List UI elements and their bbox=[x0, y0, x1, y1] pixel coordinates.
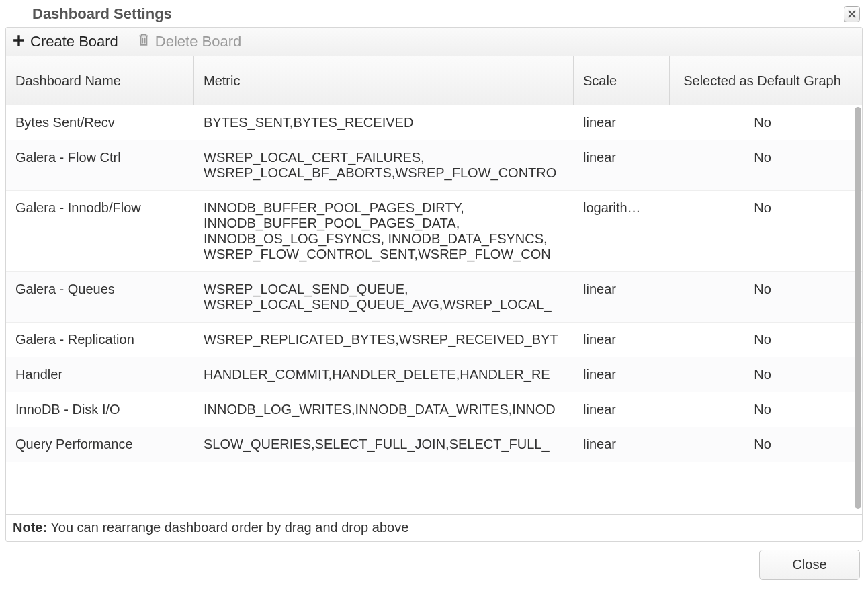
cell-default: No bbox=[670, 191, 855, 271]
note-label: Note: bbox=[13, 520, 47, 535]
cell-name: InnoDB - Disk I/O bbox=[6, 392, 194, 427]
delete-board-button[interactable]: Delete Board bbox=[138, 33, 241, 50]
table-row[interactable]: Bytes Sent/RecvBYTES_SENT,BYTES_RECEIVED… bbox=[6, 105, 862, 140]
cell-metric: SLOW_QUERIES,SELECT_FULL_JOIN,SELECT_FUL… bbox=[194, 427, 574, 462]
cell-scale: linear bbox=[574, 272, 670, 322]
cell-metric: INNODB_LOG_WRITES,INNODB_DATA_WRITES,INN… bbox=[194, 392, 574, 427]
note-text: You can rearrange dashboard order by dra… bbox=[47, 520, 408, 535]
trash-icon bbox=[138, 33, 150, 50]
dialog-title: Dashboard Settings bbox=[32, 5, 172, 23]
cell-metric: INNODB_BUFFER_POOL_PAGES_DIRTY, INNODB_B… bbox=[194, 191, 574, 271]
cell-name: Galera - Replication bbox=[6, 323, 194, 357]
dashboard-settings-dialog: Dashboard Settings Create Board Delete B… bbox=[0, 0, 868, 598]
cell-name: Query Performance bbox=[6, 427, 194, 462]
cell-metric: WSREP_LOCAL_SEND_QUEUE, WSREP_LOCAL_SEND… bbox=[194, 272, 574, 322]
grid-body: Bytes Sent/RecvBYTES_SENT,BYTES_RECEIVED… bbox=[6, 105, 862, 514]
cell-default: No bbox=[670, 272, 855, 322]
col-header-spacer bbox=[855, 56, 863, 105]
table-row[interactable]: Galera - ReplicationWSREP_REPLICATED_BYT… bbox=[6, 323, 862, 357]
cell-scale: linear bbox=[574, 140, 670, 190]
toolbar: Create Board Delete Board bbox=[6, 28, 862, 56]
cell-metric: WSREP_LOCAL_CERT_FAILURES, WSREP_LOCAL_B… bbox=[194, 140, 574, 190]
cell-scale: linear bbox=[574, 392, 670, 427]
cell-metric: WSREP_REPLICATED_BYTES,WSREP_RECEIVED_BY… bbox=[194, 323, 574, 357]
col-header-scale[interactable]: Scale bbox=[574, 56, 670, 105]
grid: Dashboard Name Metric Scale Selected as … bbox=[6, 56, 862, 514]
cell-default: No bbox=[670, 323, 855, 357]
cell-scale: linear bbox=[574, 357, 670, 392]
col-header-name[interactable]: Dashboard Name bbox=[6, 56, 194, 105]
cell-scale: linear bbox=[574, 323, 670, 357]
cell-default: No bbox=[670, 392, 855, 427]
delete-board-label: Delete Board bbox=[155, 33, 241, 50]
cell-default: No bbox=[670, 357, 855, 392]
close-icon-button[interactable] bbox=[844, 6, 860, 22]
cell-name: Bytes Sent/Recv bbox=[6, 105, 194, 140]
close-button[interactable]: Close bbox=[759, 550, 860, 580]
plus-icon bbox=[13, 33, 25, 50]
toolbar-separator bbox=[128, 33, 128, 50]
table-row[interactable]: Galera - QueuesWSREP_LOCAL_SEND_QUEUE, W… bbox=[6, 272, 862, 323]
grid-header: Dashboard Name Metric Scale Selected as … bbox=[6, 56, 862, 105]
close-icon bbox=[847, 7, 857, 22]
settings-panel: Create Board Delete Board Dashboard Name… bbox=[5, 27, 863, 542]
table-row[interactable]: Galera - Innodb/FlowINNODB_BUFFER_POOL_P… bbox=[6, 191, 862, 272]
create-board-label: Create Board bbox=[30, 33, 118, 50]
cell-default: No bbox=[670, 427, 855, 462]
dialog-titlebar: Dashboard Settings bbox=[0, 0, 868, 27]
cell-metric: BYTES_SENT,BYTES_RECEIVED bbox=[194, 105, 574, 140]
cell-metric: HANDLER_COMMIT,HANDLER_DELETE,HANDLER_RE bbox=[194, 357, 574, 392]
cell-scale: linear bbox=[574, 105, 670, 140]
table-row[interactable]: InnoDB - Disk I/OINNODB_LOG_WRITES,INNOD… bbox=[6, 392, 862, 427]
cell-name: Handler bbox=[6, 357, 194, 392]
table-row[interactable]: Galera - Flow CtrlWSREP_LOCAL_CERT_FAILU… bbox=[6, 140, 862, 191]
note-bar: Note: You can rearrange dashboard order … bbox=[6, 514, 862, 541]
cell-name: Galera - Queues bbox=[6, 272, 194, 322]
create-board-button[interactable]: Create Board bbox=[13, 33, 118, 50]
table-row[interactable]: HandlerHANDLER_COMMIT,HANDLER_DELETE,HAN… bbox=[6, 357, 862, 392]
cell-name: Galera - Innodb/Flow bbox=[6, 191, 194, 271]
cell-default: No bbox=[670, 140, 855, 190]
dialog-footer: Close bbox=[0, 542, 868, 580]
table-row[interactable]: Query PerformanceSLOW_QUERIES,SELECT_FUL… bbox=[6, 427, 862, 462]
cell-scale: linear bbox=[574, 427, 670, 462]
scrollbar-thumb[interactable] bbox=[855, 107, 861, 509]
col-header-default[interactable]: Selected as Default Graph bbox=[670, 56, 855, 105]
col-header-metric[interactable]: Metric bbox=[194, 56, 574, 105]
cell-scale: logarith… bbox=[574, 191, 670, 271]
cell-name: Galera - Flow Ctrl bbox=[6, 140, 194, 190]
vertical-scrollbar[interactable] bbox=[854, 105, 862, 514]
cell-default: No bbox=[670, 105, 855, 140]
